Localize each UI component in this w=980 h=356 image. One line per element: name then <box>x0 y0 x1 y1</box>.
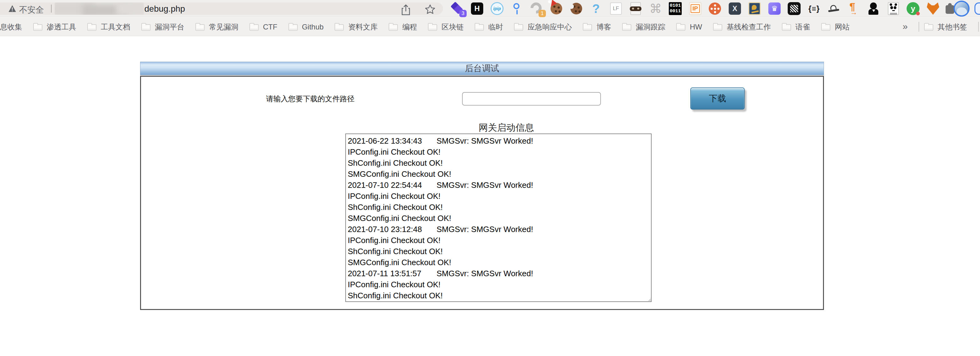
folder-icon <box>87 24 97 31</box>
address-bar[interactable]: 不安全 debug.php <box>0 2 443 15</box>
bookmark-label: 区块链 <box>441 22 464 32</box>
download-path-input[interactable] <box>462 92 601 106</box>
bookmark-item[interactable]: HW <box>676 23 702 31</box>
not-secure-warning-icon <box>9 5 16 12</box>
browser-toolbar: 不安全 debug.php 3 H ipip 1 <box>0 0 980 17</box>
bookmark-label: 漏洞跟踪 <box>636 22 665 32</box>
ext-y-icon[interactable]: y <box>906 2 920 15</box>
ext-santa-cookie-icon[interactable] <box>550 2 563 15</box>
bookmarks-row: 息收集渗透工具工具文档漏洞平台常见漏洞CTFGithub资料文库编程区块链临时应… <box>0 17 850 36</box>
folder-icon <box>428 24 437 31</box>
folder-icon <box>622 24 631 31</box>
download-button[interactable]: 下载 <box>690 87 745 109</box>
bookmark-label: 漏洞平台 <box>155 22 185 32</box>
ext-panda-meme-icon[interactable] <box>887 2 900 15</box>
gateway-log-heading: 网关启动信息 <box>468 122 545 134</box>
url-text[interactable]: debug.php <box>145 4 185 14</box>
ext-h-icon[interactable]: H <box>470 2 484 15</box>
bookmark-item[interactable]: 渗透工具 <box>33 22 76 32</box>
ext-cookie-icon[interactable] <box>570 2 583 15</box>
ext-emblem-icon[interactable] <box>748 2 761 15</box>
bookmarks-bar: 息收集渗透工具工具文档漏洞平台常见漏洞CTFGithub资料文库编程区块链临时应… <box>0 17 980 36</box>
bookmarks-divider <box>918 22 919 32</box>
folder-icon <box>782 24 791 31</box>
ext-binary-icon[interactable]: 01010011 <box>668 2 682 15</box>
folder-icon <box>713 24 722 31</box>
ext-lf-icon[interactable]: LF <box>609 2 623 15</box>
bookmark-label: 息收集 <box>0 22 22 32</box>
ext-orange-hub-icon[interactable] <box>708 2 722 15</box>
bookmark-item[interactable]: CTF <box>250 23 277 31</box>
ext-hooded-figure-icon[interactable] <box>867 2 880 15</box>
folder-icon <box>33 24 42 31</box>
bookmark-item[interactable]: 息收集 <box>0 22 22 32</box>
bookmark-item[interactable]: 工具文档 <box>87 22 130 32</box>
ext-question-icon[interactable]: ? <box>589 2 603 15</box>
profile-avatar[interactable] <box>954 1 970 17</box>
bookmark-label: 编程 <box>402 22 417 32</box>
page-title: 后台调试 <box>465 63 499 74</box>
ext-crown-icon[interactable]: ♛ <box>768 2 781 15</box>
bookmark-item[interactable]: 资料文库 <box>334 22 377 32</box>
bookmark-label: 常见漏洞 <box>209 22 239 32</box>
share-icon[interactable] <box>401 4 410 16</box>
bookmark-item[interactable]: 常见漏洞 <box>196 22 239 32</box>
folder-icon <box>288 24 298 31</box>
debug-panel: 后台调试 请输入您要下载的文件路径 下载 网关启动信息 2021-06-22 1… <box>140 62 824 310</box>
folder-icon <box>334 24 344 31</box>
ext-pilcrow-icon[interactable]: ¶→ <box>847 2 861 15</box>
bookmark-item[interactable]: 博客 <box>583 22 611 32</box>
profile-chip-partial[interactable] <box>974 2 980 15</box>
folder-icon <box>196 24 205 31</box>
bookmarks-overflow-chevron[interactable]: » <box>903 21 908 32</box>
ext-purple-stack-icon[interactable]: 3 <box>451 2 464 15</box>
bookmark-label: CTF <box>263 23 277 31</box>
bookmark-label: 渗透工具 <box>47 22 76 32</box>
bookmark-item[interactable]: 漏洞平台 <box>141 22 185 32</box>
gateway-log-textarea[interactable]: 2021-06-22 13:34:43 SMGSvr: SMGSvr Worke… <box>345 133 652 302</box>
bookmark-label: 应急响应中心 <box>528 22 572 32</box>
panel-title-bar: 后台调试 <box>140 62 824 76</box>
bookmark-item[interactable]: 基线检查工作 <box>713 22 771 32</box>
ext-ip-icon[interactable]: IP <box>689 2 702 15</box>
bookmark-label: 语雀 <box>795 22 810 32</box>
bookmark-label: HW <box>690 23 702 31</box>
bookmark-label: 资料文库 <box>348 22 377 32</box>
ext-fox-wallet-icon[interactable] <box>926 2 940 15</box>
ext-loop-icon[interactable]: 1 <box>530 2 544 15</box>
redacted-url-blur <box>55 2 144 15</box>
ext-pin-icon[interactable] <box>510 2 523 15</box>
security-chip-label[interactable]: 不安全 <box>19 4 44 15</box>
ext-glitch-icon[interactable] <box>788 2 801 15</box>
ext-command-icon[interactable]: ⌘ <box>649 2 662 15</box>
ext-ipip-icon[interactable]: ipip <box>490 2 504 15</box>
bookmark-item[interactable]: 应急响应中心 <box>514 22 572 32</box>
bookmark-label: 博客 <box>596 22 611 32</box>
folder-icon <box>475 24 484 31</box>
folder-icon <box>676 24 686 31</box>
ext-x-icon[interactable]: X <box>728 2 741 15</box>
bookmark-item[interactable]: 编程 <box>389 22 417 32</box>
folder-icon <box>250 24 259 31</box>
panel-body: 请输入您要下载的文件路径 下载 网关启动信息 2021-06-22 13:34:… <box>140 76 824 310</box>
other-bookmarks-folder[interactable]: 其他书签 <box>924 17 967 36</box>
bookmark-item[interactable]: 语雀 <box>782 22 810 32</box>
folder-icon <box>141 24 151 31</box>
bookmark-item[interactable]: 临时 <box>475 22 503 32</box>
ext-fedora-hat-icon[interactable] <box>827 2 840 15</box>
folder-icon <box>924 24 933 31</box>
bookmark-item[interactable]: 区块链 <box>428 22 464 32</box>
ext-badge: 3 <box>459 10 467 17</box>
bookmark-item[interactable]: 漏洞跟踪 <box>622 22 665 32</box>
bookmark-label: 基线检查工作 <box>727 22 771 32</box>
ext-masked-document-icon[interactable] <box>629 2 643 15</box>
bookmark-star-icon[interactable] <box>425 4 436 15</box>
bookmark-label: Github <box>302 23 324 31</box>
folder-icon <box>514 24 523 31</box>
bookmark-label: 工具文档 <box>101 22 130 32</box>
ext-braces-icon[interactable]: {≡} <box>807 2 821 15</box>
chip-divider <box>51 5 52 13</box>
bookmark-item[interactable]: Github <box>288 23 324 31</box>
bookmark-label: 网站 <box>835 22 850 32</box>
bookmark-item[interactable]: 网站 <box>821 22 850 32</box>
